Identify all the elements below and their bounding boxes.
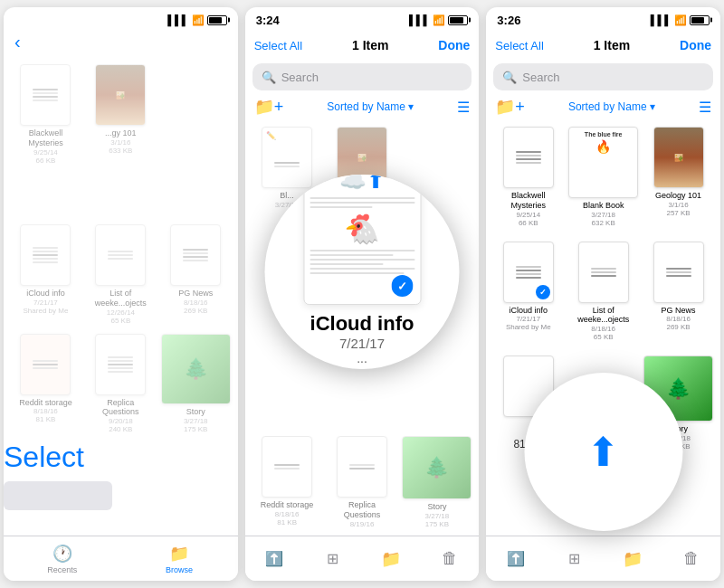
list-item[interactable]: Blackwell Mysteries 9/25/14 66 KB xyxy=(9,61,82,168)
share-zoom-circle: ⬆ xyxy=(524,373,682,531)
file-name: Reddit storage xyxy=(261,500,314,510)
list-item[interactable]: The blue fire 🔥 Blank Book 3/27/18 632 K… xyxy=(567,123,640,231)
list-icon-2[interactable]: ☰ xyxy=(457,99,470,116)
file-name: Story xyxy=(427,502,446,512)
file-date: 8/18/16 xyxy=(591,325,615,333)
file-name: Story xyxy=(186,407,205,417)
file-date: 8/18/16 xyxy=(666,315,691,323)
trash-icon-2: 🗑 xyxy=(442,549,458,568)
search-placeholder-2: Search xyxy=(281,71,319,84)
file-name: iCloud info xyxy=(510,306,548,316)
search-icon-3: 🔍 xyxy=(502,71,517,84)
select-grey-bar xyxy=(4,481,112,510)
file-size: 269 KB xyxy=(666,323,690,331)
list-item[interactable]: ✓ iCloud info 7/21/17 Shared by Me xyxy=(491,238,565,346)
search-bar-2[interactable]: 🔍 Search xyxy=(252,63,472,90)
tab-label-recents: Recents xyxy=(47,565,77,574)
file-size: 65 KB xyxy=(594,333,614,341)
tab-trash-3[interactable]: 🗑 xyxy=(662,536,720,581)
file-name: Blackwell Mysteries xyxy=(18,128,72,148)
file-date: 3/27/18 xyxy=(184,417,208,425)
bottom-tabs-1: 🕐 Recents 📁 Browse xyxy=(4,536,238,581)
list-item[interactable]: Reddit storage 8/18/16 81 KB xyxy=(251,432,324,532)
folder-add-icon-2[interactable]: 📁+ xyxy=(254,97,284,117)
nav-bar-3: Select All 1 Item Done xyxy=(486,29,720,62)
list-item[interactable]: List of weeke...ojects 8/18/16 65 KB xyxy=(567,238,640,346)
sort-label-2[interactable]: Sorted by Name ▾ xyxy=(327,100,414,113)
file-size: Shared by Me xyxy=(24,307,69,315)
file-size: 269 KB xyxy=(184,307,207,315)
file-size: 632 KB xyxy=(592,219,615,227)
file-name: List of weeke...ojects xyxy=(93,289,148,308)
file-date: 3/1/16 xyxy=(668,201,688,209)
search-bar-3[interactable]: 🔍 Search xyxy=(493,63,713,90)
file-thumb: 🌲 xyxy=(161,334,231,405)
wifi-icon-2: 📶 xyxy=(433,14,445,26)
file-date: 3/27/18 xyxy=(591,211,615,219)
file-name: Bl... xyxy=(280,191,294,201)
done-btn-3[interactable]: Done xyxy=(680,38,711,52)
file-thumb xyxy=(262,436,312,498)
file-date: 9/25/14 xyxy=(33,148,58,156)
list-item[interactable]: 🌲 Story 3/27/18 175 KB xyxy=(400,432,473,532)
tab-share-3[interactable]: ⬆️ xyxy=(486,536,545,581)
file-name: Blank Book xyxy=(583,201,624,211)
trash-icon-3: 🗑 xyxy=(683,549,700,568)
file-date: 9/20/18 xyxy=(109,417,133,425)
tab-share-2[interactable]: ⬆️ xyxy=(245,536,304,581)
tab-trash-2[interactable]: 🗑 xyxy=(421,536,480,581)
file-thumb xyxy=(20,224,71,286)
grid-icon-2: ⊞ xyxy=(327,550,338,567)
file-size: 81 KB xyxy=(277,518,297,526)
signal-icon-3: ▌▌▌ xyxy=(651,14,672,25)
list-item[interactable]: iCloud info 7/21/17 Shared by Me xyxy=(9,221,82,328)
file-date: 12/26/14 xyxy=(107,308,135,317)
file-size: 81 KB xyxy=(36,415,56,423)
time-3: 3:26 xyxy=(497,14,520,27)
folder-icon-2: 📁 xyxy=(381,549,401,569)
list-item[interactable]: 🏜️ Geology 101 3/1/16 257 KB xyxy=(642,123,715,231)
list-item[interactable]: Reddit storage 8/18/16 81 KB xyxy=(9,330,82,438)
tab-recents[interactable]: 🕐 Recents xyxy=(4,536,120,581)
back-arrow-1[interactable]: ‹ xyxy=(11,32,24,52)
list-item[interactable]: Replica Questions 8/19/16 xyxy=(326,432,399,532)
status-bar-3: 3:26 ▌▌▌ 📶 xyxy=(486,7,720,29)
tab-folder-2[interactable]: 📁 xyxy=(362,536,421,581)
file-date: 8/18/16 xyxy=(33,407,58,415)
list-item[interactable]: Replica Questions 9/20/18 240 KB xyxy=(84,330,157,438)
battery-icon-2 xyxy=(448,15,468,25)
share-icon-large: ⬆ xyxy=(586,429,620,475)
list-item[interactable]: PG News 8/18/16 269 KB xyxy=(159,221,233,328)
list-item[interactable]: List of weeke...ojects 12/26/14 65 KB xyxy=(84,221,157,328)
chicken-emoji: 🐔 xyxy=(344,212,380,246)
file-thumb: 🏜️ xyxy=(95,64,146,126)
files-grid-3: Blackwell Mysteries 9/25/14 66 KB The bl… xyxy=(486,119,720,234)
sort-label-3[interactable]: Sorted by Name ▾ xyxy=(568,100,655,113)
list-item[interactable]: 🌲 Story 3/27/18 175 KB xyxy=(159,330,233,438)
file-thumb xyxy=(503,127,554,188)
icloud-zoom-date: 7/21/17 xyxy=(339,336,385,351)
file-name: Geology 101 xyxy=(655,191,701,201)
status-icons-2: ▌▌▌ 📶 xyxy=(409,14,468,26)
select-all-btn-2[interactable]: Select All xyxy=(254,39,302,52)
cloud-icon: ☁️⬆ xyxy=(339,175,385,194)
file-size: 240 KB xyxy=(109,425,132,433)
select-zoom-text: Select xyxy=(4,441,84,473)
file-date: 8/19/16 xyxy=(350,520,375,528)
done-btn-2[interactable]: Done xyxy=(438,38,470,52)
list-icon-3[interactable]: ☰ xyxy=(699,99,711,116)
tab-folder-3[interactable]: 📁 xyxy=(604,536,662,581)
tab-grid-3[interactable]: ⊞ xyxy=(545,536,604,581)
select-all-btn-3[interactable]: Select All xyxy=(495,39,543,52)
selection-check: ✓ xyxy=(536,285,550,299)
list-item[interactable]: PG News 8/18/16 269 KB xyxy=(642,238,715,346)
tab-grid-2[interactable]: ⊞ xyxy=(303,536,362,581)
folder-add-icon-3[interactable]: 📁+ xyxy=(495,97,525,117)
list-item[interactable]: 🏜️ ...gy 101 3/1/16 633 KB xyxy=(84,61,157,168)
tab-browse[interactable]: 📁 Browse xyxy=(120,536,237,581)
select-zoom-circle: Select xyxy=(4,441,238,510)
file-thumb: 🌲 xyxy=(402,436,472,499)
battery-icon-1 xyxy=(207,15,227,25)
list-item[interactable]: Blackwell Mysteries 9/25/14 66 KB xyxy=(491,123,565,231)
wifi-icon-1: 📶 xyxy=(192,14,205,26)
